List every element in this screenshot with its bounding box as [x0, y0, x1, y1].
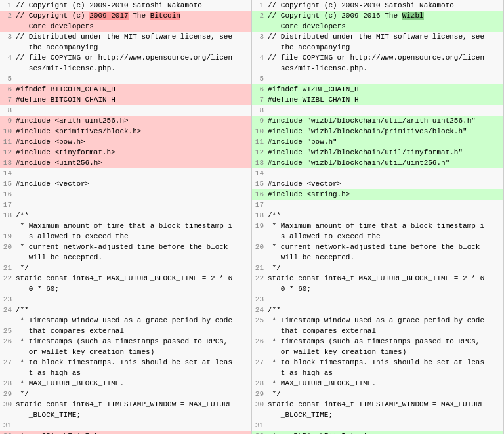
line-number	[253, 42, 268, 53]
line-content: #define WIZBL_CHAIN_H	[268, 95, 502, 105]
line-content: * Timestamp window used as a grace perio…	[268, 315, 502, 326]
line: 13#include <uint256.h>	[0, 158, 251, 168]
line-content: Core developers	[16, 21, 250, 32]
line-content: #include <vector>	[16, 179, 250, 189]
line: 18/**	[0, 210, 251, 221]
line-content: /**	[16, 305, 250, 315]
line-number: 9	[1, 116, 16, 126]
line: t as high as	[0, 368, 251, 378]
line-content: // Copyright (c) 2009-2017 The Bitcoin	[16, 11, 250, 21]
line: 1// Copyright (c) 2009-2010 Satoshi Naka…	[252, 0, 503, 11]
line-number	[1, 21, 16, 32]
line: Core developers	[252, 21, 503, 32]
line-content: // file COPYING or http://www.opensource…	[268, 53, 502, 63]
line-number	[1, 221, 16, 231]
line-content: t as high as	[16, 368, 250, 378]
line: 2// Copyright (c) 2009-2016 The Wizbl	[252, 11, 503, 21]
line-content	[16, 294, 250, 305]
line-content: * timestamps (such as timestamps passed …	[268, 336, 502, 347]
line-number: 16	[1, 189, 16, 200]
line-content: #ifndef BITCOIN_CHAIN_H	[16, 84, 250, 95]
line-number	[253, 347, 268, 357]
line: 0 * 60;	[0, 284, 251, 294]
line: or wallet key creation times)	[252, 347, 503, 357]
line-content: * MAX_FUTURE_BLOCK_TIME.	[16, 378, 250, 389]
line-content: * Maximum amount of time that a block ti…	[268, 221, 502, 231]
line: or wallet key creation times)	[0, 347, 251, 357]
line: 27 * to block timestamps. This should be…	[0, 357, 251, 368]
line-number: 5	[1, 74, 16, 84]
line-number: 13	[253, 158, 268, 168]
line-content: Core developers	[268, 21, 502, 32]
line-number: 14	[253, 168, 268, 179]
line-content	[268, 294, 502, 305]
line-content: class CBlockFileInfo	[16, 431, 250, 434]
line: * Maximum amount of time that a block ti…	[0, 221, 251, 231]
line-number	[1, 410, 16, 420]
line-content: #include <arith_uint256.h>	[16, 116, 250, 126]
highlight-name: Wizbl	[402, 12, 424, 20]
line-content: // Copyright (c) 2009-2016 The Wizbl	[268, 11, 502, 21]
line-content	[16, 168, 250, 179]
line-number: 25	[253, 315, 268, 326]
line-number: 7	[253, 95, 268, 105]
line-number: 4	[253, 53, 268, 63]
line: 25 that compares external	[0, 326, 251, 336]
line-number: 8	[1, 105, 16, 116]
line-number: 26	[253, 336, 268, 347]
line-number: 22	[253, 273, 268, 284]
line: 2// Copyright (c) 2009-2017 The Bitcoin	[0, 11, 251, 21]
line-number: 14	[1, 168, 16, 179]
line-content	[16, 420, 250, 431]
line-number: 2	[253, 11, 268, 21]
line: 15#include <vector>	[0, 179, 251, 189]
line: 4// file COPYING or http://www.opensourc…	[252, 53, 503, 63]
line: 3// Distributed under the MIT software l…	[252, 32, 503, 42]
highlight-name: Bitcoin	[150, 12, 180, 20]
line-number: 26	[1, 336, 16, 347]
line: 1// Copyright (c) 2009-2010 Satoshi Naka…	[0, 0, 251, 11]
line-number: 28	[253, 378, 268, 389]
line-number: 4	[1, 53, 16, 63]
line-content	[16, 200, 250, 210]
line-content: class BLBlockFileInfo {	[268, 431, 502, 434]
line-content: static const int64_t TIMESTAMP_WINDOW = …	[16, 399, 250, 410]
line-content: ses/mit-license.php.	[268, 63, 502, 74]
line: ses/mit-license.php.	[252, 63, 503, 74]
line-number	[253, 368, 268, 378]
line: 14	[0, 168, 251, 179]
line-content: static const int64_t TIMESTAMP_WINDOW = …	[268, 399, 502, 410]
line-content: // Copyright (c) 2009-2010 Satoshi Nakam…	[16, 0, 250, 11]
line-content: */	[16, 263, 250, 273]
line-number: 23	[1, 294, 16, 305]
line-number: 12	[253, 147, 268, 158]
line: 26 * timestamps (such as timestamps pass…	[0, 336, 251, 347]
line-number: 32	[1, 431, 16, 434]
line: _BLOCK_TIME;	[252, 410, 503, 420]
line: 5	[0, 74, 251, 84]
line-content: s allowed to exceed the	[268, 231, 502, 242]
line: 24/**	[0, 305, 251, 315]
line: 31	[252, 420, 503, 431]
line-content: * current network-adjusted time before t…	[268, 242, 502, 252]
line-content: #ifndef WIZBL_CHAIN_H	[268, 84, 502, 95]
line-number	[253, 410, 268, 420]
line-number: 17	[1, 200, 16, 210]
line: t as high as	[252, 368, 503, 378]
line-number: 6	[253, 84, 268, 95]
line-number: 9	[253, 116, 268, 126]
line-content: #include <string.h>	[268, 189, 502, 200]
line: will be accepted.	[252, 252, 503, 263]
line-content: 0 * 60;	[268, 284, 502, 294]
line-content: the accompanying	[16, 42, 250, 53]
line-content: static const int64_t MAX_FUTURE_BLOCK_TI…	[268, 273, 502, 284]
line-number: 11	[1, 137, 16, 147]
line-content: * timestamps (such as timestamps passed …	[16, 336, 250, 347]
line-number: 3	[253, 32, 268, 42]
line-content: // file COPYING or http://www.opensource…	[16, 53, 250, 63]
line: 18/**	[252, 210, 503, 221]
line: ses/mit-license.php.	[0, 63, 251, 74]
line-content: // Distributed under the MIT software li…	[16, 32, 250, 42]
line-number: 15	[1, 179, 16, 189]
line: 5	[252, 74, 503, 84]
